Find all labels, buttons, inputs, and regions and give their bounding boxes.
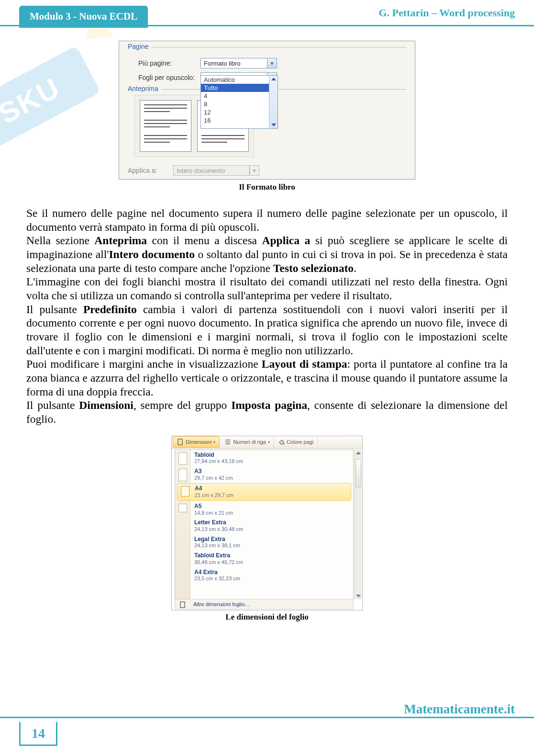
lines-icon xyxy=(224,439,231,445)
ribbon: Dimensioni▾ Numeri di riga▾ Colore pagi xyxy=(172,436,362,449)
svg-rect-2 xyxy=(180,602,185,608)
page-icon xyxy=(178,452,187,465)
size-legal-extra[interactable]: Legal Extra24,13 cm x 38,1 cm xyxy=(175,534,353,551)
figure1-caption: Il Formato libro xyxy=(0,182,534,192)
paragraph-5: Puoi modificare i margini anche in visua… xyxy=(26,357,508,398)
size-a4-extra[interactable]: A4 Extra23,5 cm x 32,23 cm xyxy=(175,567,353,584)
option-16[interactable]: 16 xyxy=(201,116,278,124)
document-body: Se il numero delle pagine nel documento … xyxy=(0,192,534,426)
svg-point-1 xyxy=(283,443,284,445)
multi-pages-value: Formato libro xyxy=(204,60,241,67)
multi-pages-combo[interactable]: Formato libro ▼ xyxy=(200,58,277,68)
page-header: Modulo 3 - Nuova ECDL G. Pettarin – Word… xyxy=(0,0,534,26)
size-tabloid[interactable]: Tabloid27,94 cm x 43,18 cm xyxy=(175,450,353,466)
page-number: 14 xyxy=(19,722,57,746)
scrollbar-thumb[interactable] xyxy=(356,459,361,488)
size-tabloid-extra[interactable]: Tabloid Extra30,48 cm x 45,72 cm xyxy=(175,551,353,567)
header-tab: Modulo 3 - Nuova ECDL xyxy=(19,6,148,28)
paragraph-3: L'immagine con dei fogli bianchi mostra … xyxy=(26,275,508,302)
paragraph-2: Nella sezione Anteprima con il menu a di… xyxy=(26,234,508,275)
size-list[interactable]: Tabloid27,94 cm x 43,18 cm A329,7 cm x 4… xyxy=(175,450,354,599)
footer-site: Matematicamente.it xyxy=(404,702,515,717)
listbox-scrollbar[interactable] xyxy=(269,76,278,128)
apply-to-combo: Intero documento ▼ xyxy=(173,165,259,176)
paragraph-4: Il pulsante Predefinito cambia i valori … xyxy=(26,303,508,358)
header-author: G. Pettarin – Word processing xyxy=(378,7,515,19)
option-8[interactable]: 8 xyxy=(201,100,278,108)
sheets-label: Fogli per opuscolo: xyxy=(138,74,200,81)
bucket-icon xyxy=(278,439,285,445)
page-icon xyxy=(178,504,187,512)
preview-left-page xyxy=(140,100,191,152)
size-a3[interactable]: A329,7 cm x 42 cm xyxy=(175,466,353,483)
chevron-down-icon: ▼ xyxy=(249,166,259,175)
option-4[interactable]: 4 xyxy=(201,92,278,100)
page-setup-dialog: Pagine Più pagine: Formato libro ▼ Fogli… xyxy=(119,41,415,180)
size-a5[interactable]: A514,8 cm x 21 cm xyxy=(175,501,353,518)
line-numbers-button[interactable]: Numeri di riga▾ xyxy=(221,436,274,448)
dimensioni-button[interactable]: Dimensioni▾ xyxy=(173,436,220,448)
size-a4[interactable]: A421 cm x 29,7 cm xyxy=(177,483,351,500)
page-color-button[interactable]: Colore pagi xyxy=(274,436,318,448)
sheets-option-list[interactable]: Automatico Tutto 4 8 12 16 xyxy=(200,75,278,129)
paragraph-1: Se il numero delle pagine nel documento … xyxy=(26,206,508,234)
option-tutto[interactable]: Tutto xyxy=(201,84,278,92)
multi-pages-label: Più pagine: xyxy=(138,59,200,67)
apply-to-value: Intero documento xyxy=(177,167,225,174)
group-preview-label: Anteprima xyxy=(128,85,161,92)
page-icon xyxy=(181,486,189,496)
page-icon xyxy=(178,469,187,481)
option-auto[interactable]: Automatico xyxy=(201,76,278,84)
option-12[interactable]: 12 xyxy=(201,108,278,116)
page-icon xyxy=(177,439,184,445)
more-sizes-item[interactable]: Altre dimensioni foglio... xyxy=(175,600,354,609)
page-icon xyxy=(179,601,186,608)
page-footer: Matematicamente.it 14 xyxy=(0,717,534,756)
group-pages-label: Pagine xyxy=(128,43,152,50)
chevron-down-icon[interactable]: ▼ xyxy=(267,58,277,68)
page-size-menu: Dimensioni▾ Numeri di riga▾ Colore pagi … xyxy=(171,436,363,610)
paragraph-6: Il pulsante Dimensioni, sempre del grupp… xyxy=(26,398,508,426)
size-letter-extra[interactable]: Letter Extra24,13 cm x 30,48 cm xyxy=(175,518,353,534)
apply-to-label: Applica a: xyxy=(128,167,173,174)
figure2-caption: Le dimensioni del foglio xyxy=(0,612,534,622)
svg-rect-0 xyxy=(178,439,182,445)
